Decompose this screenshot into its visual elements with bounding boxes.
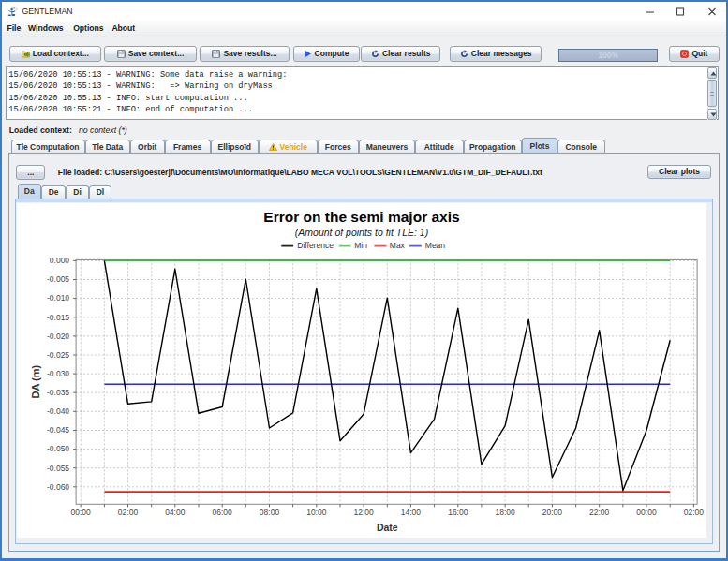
svg-text:16:00: 16:00: [448, 508, 468, 517]
svg-text:08:00: 08:00: [259, 508, 279, 517]
svg-text:00:00: 00:00: [636, 508, 657, 517]
svg-text:04:00: 04:00: [165, 508, 186, 517]
svg-text:Date: Date: [376, 522, 397, 533]
svg-text:0.000: 0.000: [49, 256, 69, 265]
svg-text:12:00: 12:00: [353, 508, 374, 517]
svg-text:-0.055: -0.055: [46, 464, 68, 473]
svg-text:Error on the semi major axis: Error on the semi major axis: [263, 209, 459, 225]
svg-text:(Amount of points to fit TLE:: (Amount of points to fit TLE: 1): [294, 227, 427, 238]
svg-text:18:00: 18:00: [495, 508, 515, 517]
svg-text:DA (m): DA (m): [29, 365, 40, 399]
svg-text:-0.045: -0.045: [46, 425, 68, 435]
svg-text:-0.035: -0.035: [46, 388, 68, 397]
svg-text:02:00: 02:00: [683, 508, 704, 517]
svg-text:-0.025: -0.025: [46, 350, 68, 360]
svg-text:-0.040: -0.040: [46, 406, 68, 416]
svg-text:-0.015: -0.015: [46, 313, 68, 322]
svg-text:Max: Max: [389, 241, 405, 250]
svg-text:10:00: 10:00: [306, 508, 327, 517]
svg-text:-0.020: -0.020: [46, 332, 68, 341]
svg-text:-0.050: -0.050: [46, 444, 68, 453]
svg-text:06:00: 06:00: [212, 508, 232, 517]
svg-text:-0.005: -0.005: [46, 274, 68, 284]
svg-text:-0.060: -0.060: [46, 482, 68, 492]
svg-text:-0.030: -0.030: [46, 369, 68, 378]
svg-text:Min: Min: [354, 241, 367, 250]
svg-text:22:00: 22:00: [589, 508, 610, 517]
svg-text:14:00: 14:00: [400, 508, 421, 517]
svg-text:Mean: Mean: [424, 241, 445, 250]
svg-text:-0.010: -0.010: [46, 293, 68, 303]
svg-text:02:00: 02:00: [117, 508, 138, 517]
svg-text:Difference: Difference: [297, 241, 334, 250]
svg-text:20:00: 20:00: [542, 508, 562, 517]
svg-text:00:00: 00:00: [70, 508, 91, 517]
